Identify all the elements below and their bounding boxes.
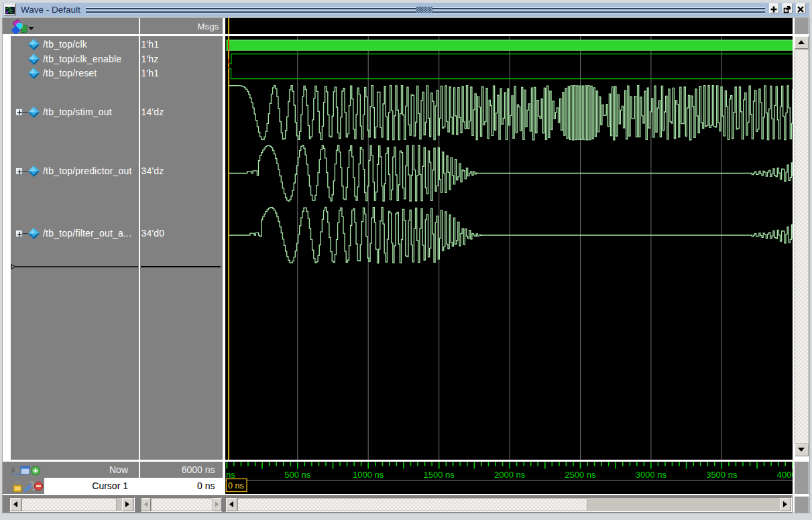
svg-text:1000 ns: 1000 ns bbox=[353, 470, 384, 480]
svg-text:3000 ns: 3000 ns bbox=[635, 470, 666, 480]
svg-text:500 ns: 500 ns bbox=[284, 470, 311, 480]
svg-text:0 ns: 0 ns bbox=[225, 470, 235, 480]
svg-text:0 ns: 0 ns bbox=[228, 481, 244, 491]
svg-text:1500 ns: 1500 ns bbox=[423, 470, 455, 480]
svg-text:3500 ns: 3500 ns bbox=[706, 470, 738, 480]
svg-text:4000 ns: 4000 ns bbox=[776, 470, 792, 480]
svg-text:2500 ns: 2500 ns bbox=[565, 470, 596, 480]
svg-text:2000 ns: 2000 ns bbox=[494, 470, 525, 480]
